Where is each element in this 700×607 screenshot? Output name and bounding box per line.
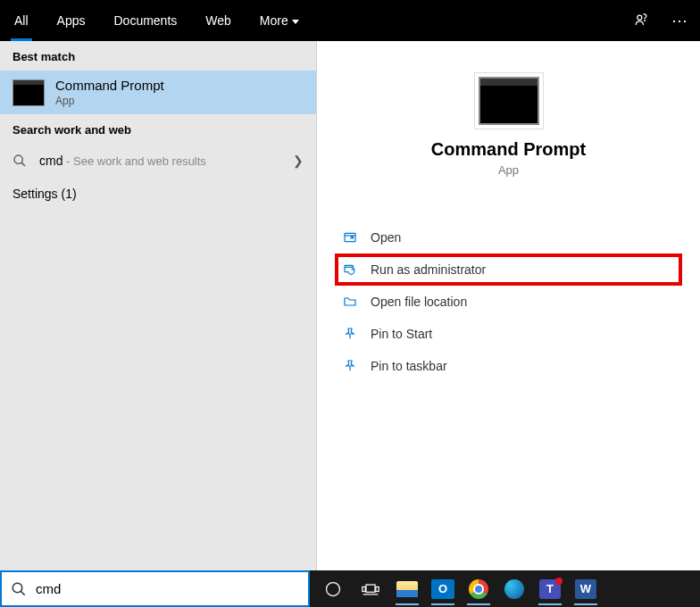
action-run-as-administrator[interactable]: Run as administrator xyxy=(335,254,682,286)
taskbar-edge[interactable] xyxy=(497,573,531,605)
svg-point-6 xyxy=(12,583,22,593)
search-results-panel: Best match Command Prompt App Search wor… xyxy=(0,41,317,570)
taskbar-chrome[interactable] xyxy=(462,573,496,605)
search-query-text: cmd xyxy=(39,154,62,168)
teams-icon: T xyxy=(539,579,561,599)
action-pin-to-taskbar[interactable]: Pin to taskbar xyxy=(335,350,682,382)
command-prompt-large-icon xyxy=(479,77,539,125)
chevron-right-icon: ❯ xyxy=(293,154,304,168)
tab-web[interactable]: Web xyxy=(191,0,246,41)
chevron-down-icon xyxy=(292,20,299,24)
search-hint-text: - See work and web results xyxy=(62,154,205,168)
svg-point-0 xyxy=(638,15,642,20)
tab-more-label: More xyxy=(260,13,288,28)
task-view-icon[interactable] xyxy=(353,573,388,605)
cortana-icon[interactable] xyxy=(315,573,351,605)
svg-line-7 xyxy=(21,591,25,595)
taskbar: O T W xyxy=(310,570,700,607)
detail-subtitle: App xyxy=(317,163,700,177)
search-icon xyxy=(11,581,27,597)
tab-documents[interactable]: Documents xyxy=(99,0,191,41)
action-pin-to-start[interactable]: Pin to Start xyxy=(335,318,682,350)
svg-rect-11 xyxy=(376,586,379,591)
admin-shield-icon xyxy=(342,262,358,278)
folder-icon xyxy=(396,581,418,597)
open-icon xyxy=(342,229,358,245)
taskbar-outlook[interactable]: O xyxy=(426,573,460,605)
search-box[interactable] xyxy=(0,570,310,607)
folder-icon xyxy=(342,294,358,310)
best-match-subtitle: App xyxy=(55,95,164,107)
svg-rect-10 xyxy=(362,586,365,591)
svg-rect-4 xyxy=(345,233,355,241)
action-pin-start-label: Pin to Start xyxy=(371,327,432,341)
best-match-title: Command Prompt xyxy=(55,78,164,93)
svg-rect-9 xyxy=(366,585,375,592)
action-open[interactable]: Open xyxy=(335,221,682,254)
action-run-admin-label: Run as administrator xyxy=(371,262,486,277)
tab-more[interactable]: More xyxy=(246,0,313,41)
search-input[interactable] xyxy=(36,581,299,596)
word-icon: W xyxy=(575,579,596,599)
feedback-icon[interactable] xyxy=(621,12,661,29)
search-icon xyxy=(12,154,29,168)
svg-point-2 xyxy=(14,155,22,163)
search-filter-tabs: All Apps Documents Web More ⋯ xyxy=(0,0,700,41)
action-open-file-location[interactable]: Open file location xyxy=(335,286,682,318)
taskbar-file-explorer[interactable] xyxy=(390,573,424,605)
chrome-icon xyxy=(469,579,488,599)
detail-title: Command Prompt xyxy=(317,139,700,160)
settings-results-header[interactable]: Settings (1) xyxy=(0,178,316,210)
taskbar-teams[interactable]: T xyxy=(533,573,567,605)
tab-apps[interactable]: Apps xyxy=(43,0,100,41)
taskbar-word[interactable]: W xyxy=(569,573,603,605)
pin-icon xyxy=(342,358,358,374)
action-open-loc-label: Open file location xyxy=(371,295,467,309)
search-web-result[interactable]: cmd - See work and web results ❯ xyxy=(0,144,316,178)
detail-panel: Command Prompt App Open Run as administr… xyxy=(317,41,700,570)
pin-icon xyxy=(342,326,358,342)
svg-point-8 xyxy=(327,582,340,595)
edge-icon xyxy=(504,579,524,599)
more-options-icon[interactable]: ⋯ xyxy=(661,11,700,30)
command-prompt-icon xyxy=(12,79,45,106)
action-pin-taskbar-label: Pin to taskbar xyxy=(371,359,447,373)
best-match-command-prompt[interactable]: Command Prompt App xyxy=(0,71,316,114)
svg-line-3 xyxy=(21,162,25,166)
action-open-label: Open xyxy=(371,230,401,245)
outlook-icon: O xyxy=(431,579,454,599)
svg-point-1 xyxy=(645,21,646,21)
tab-all[interactable]: All xyxy=(0,0,43,41)
search-work-web-header: Search work and web xyxy=(0,114,316,144)
best-match-header: Best match xyxy=(0,41,316,71)
